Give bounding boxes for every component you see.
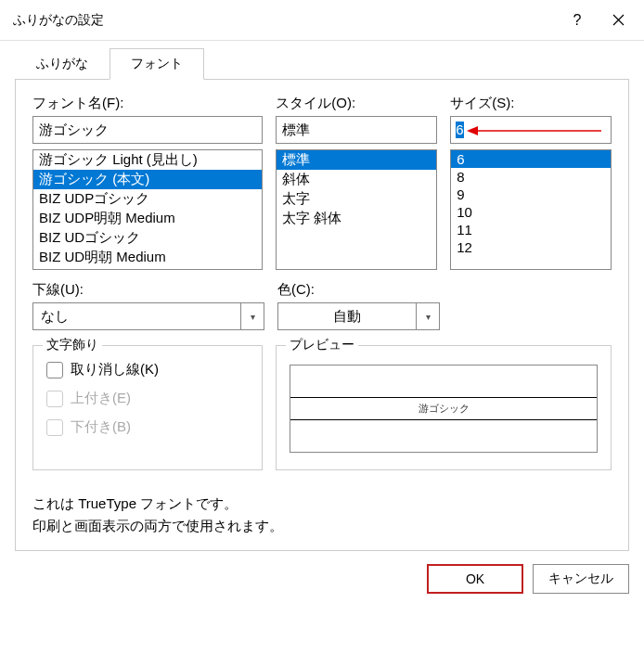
- chevron-down-icon: ▾: [426, 312, 431, 322]
- preview-groupbox: プレビュー 游ゴシック: [276, 345, 612, 470]
- size-input[interactable]: [450, 116, 612, 144]
- preview-text: 游ゴシック: [419, 398, 470, 419]
- preview-box: 游ゴシック: [290, 365, 598, 453]
- superscript-label: 上付き(E): [71, 390, 131, 407]
- list-item[interactable]: 太字 斜体: [277, 209, 436, 228]
- decoration-title: 文字飾り: [43, 337, 102, 353]
- font-name-listbox[interactable]: 游ゴシック Light (見出し) 游ゴシック (本文) BIZ UDPゴシック…: [32, 149, 263, 270]
- list-item[interactable]: BIZ UDP明朝 Medium: [33, 209, 262, 228]
- checkbox-icon: [46, 419, 63, 436]
- color-dropdown-button[interactable]: ▾: [416, 302, 440, 330]
- superscript-checkbox-row: 上付き(E): [46, 390, 249, 407]
- underline-value: なし: [32, 302, 240, 330]
- strikethrough-label: 取り消し線(K): [71, 361, 159, 378]
- subscript-checkbox-row: 下付き(B): [46, 418, 249, 436]
- underline-combo[interactable]: なし ▾: [32, 302, 264, 330]
- font-name-input[interactable]: [32, 116, 263, 144]
- style-input[interactable]: [276, 116, 437, 144]
- style-listbox[interactable]: 標準 斜体 太字 太字 斜体: [276, 149, 437, 270]
- decoration-groupbox: 文字飾り 取り消し線(K) 上付き(E) 下付き(B): [32, 345, 263, 470]
- note-line2: 印刷と画面表示の両方で使用されます。: [32, 515, 612, 537]
- list-item[interactable]: 6: [451, 150, 611, 168]
- font-note: これは TrueType フォントです。 印刷と画面表示の両方で使用されます。: [32, 493, 612, 537]
- list-item[interactable]: 斜体: [277, 170, 436, 189]
- tabs: ふりがな フォント: [15, 48, 629, 80]
- close-icon: [612, 14, 625, 26]
- list-item[interactable]: 太字: [277, 189, 436, 209]
- cancel-button[interactable]: キャンセル: [533, 564, 629, 594]
- titlebar: ふりがなの設定 ?: [0, 0, 644, 41]
- footer: OK キャンセル: [0, 551, 644, 607]
- help-button[interactable]: ?: [557, 0, 598, 41]
- list-item[interactable]: 8: [451, 168, 611, 186]
- list-item[interactable]: BIZ UD明朝 Medium: [33, 248, 262, 267]
- tab-font[interactable]: フォント: [109, 48, 204, 80]
- list-item[interactable]: 12: [451, 238, 611, 256]
- list-item[interactable]: 10: [451, 203, 611, 221]
- note-line1: これは TrueType フォントです。: [32, 493, 612, 515]
- size-value-highlight: 6: [456, 122, 464, 138]
- list-item[interactable]: BIZ UDゴシック: [33, 228, 262, 248]
- list-item[interactable]: 11: [451, 221, 611, 238]
- font-name-label: フォント名(F):: [32, 95, 263, 112]
- subscript-label: 下付き(B): [71, 418, 131, 436]
- list-item[interactable]: BIZ UDPゴシック: [33, 189, 262, 209]
- list-item[interactable]: 游ゴシック Light (見出し): [33, 150, 262, 170]
- size-listbox[interactable]: 6 8 9 10 11 12: [450, 149, 612, 270]
- list-item[interactable]: 標準: [277, 150, 436, 170]
- tab-furigana[interactable]: ふりがな: [15, 48, 109, 80]
- checkbox-icon: [46, 391, 63, 407]
- preview-line-bottom: [290, 419, 597, 420]
- style-label: スタイル(O):: [276, 95, 437, 112]
- underline-label: 下線(U):: [32, 281, 264, 299]
- chevron-down-icon: ▾: [251, 312, 255, 322]
- underline-dropdown-button[interactable]: ▾: [240, 302, 264, 330]
- color-combo[interactable]: 自動 ▾: [277, 302, 440, 330]
- close-button[interactable]: [598, 0, 638, 41]
- ok-button[interactable]: OK: [427, 564, 523, 594]
- window-title: ふりがなの設定: [13, 12, 557, 29]
- list-item[interactable]: 9: [451, 186, 611, 203]
- color-label: 色(C):: [277, 281, 440, 299]
- size-label: サイズ(S):: [450, 95, 612, 112]
- strikethrough-checkbox-row[interactable]: 取り消し線(K): [46, 361, 249, 378]
- list-item[interactable]: 游ゴシック (本文): [33, 170, 262, 189]
- preview-title: プレビュー: [286, 337, 358, 353]
- color-value: 自動: [277, 302, 416, 330]
- checkbox-icon: [46, 362, 63, 378]
